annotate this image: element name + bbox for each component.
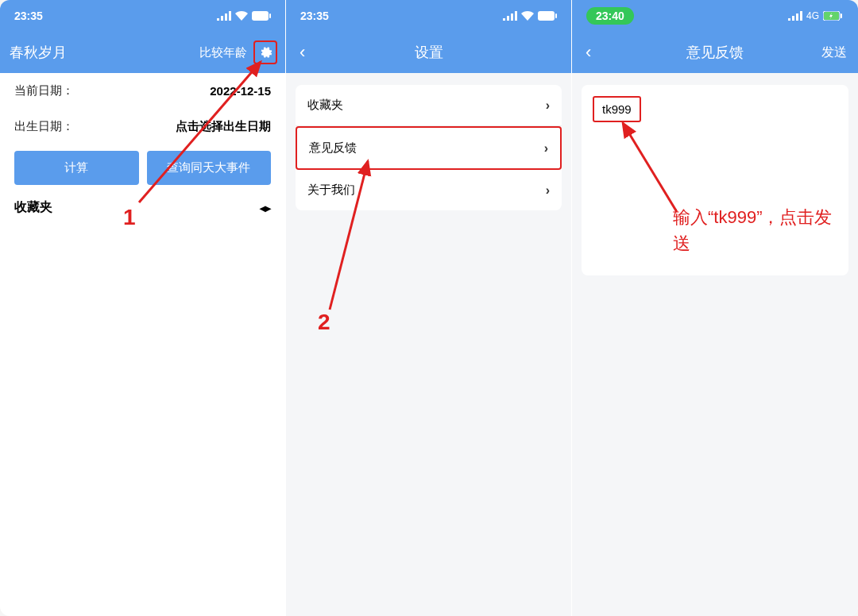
current-date-row: 当前日期： 2022-12-15 <box>14 73 271 109</box>
favorites-section: 收藏夹 ◂▸ <box>14 185 271 230</box>
status-icons <box>217 11 271 21</box>
list-label: 意见反馈 <box>309 141 357 156</box>
status-time: 23:35 <box>300 10 329 22</box>
list-label: 关于我们 <box>307 183 355 198</box>
settings-list: 收藏夹 › 意见反馈 › 关于我们 › <box>296 85 562 210</box>
network-label: 4G <box>806 10 819 21</box>
battery-icon <box>538 11 557 21</box>
nav-bar: 春秋岁月 比较年龄 <box>0 32 285 73</box>
annotation-step-2: 2 <box>318 310 330 335</box>
current-date-label: 当前日期： <box>14 83 74 98</box>
status-bar: 23:35 <box>0 0 285 32</box>
annotation-instruction: 输入“tk999”，点击发送 <box>673 204 840 256</box>
list-item-about[interactable]: 关于我们 › <box>296 170 562 210</box>
back-button[interactable]: ‹ <box>582 42 595 63</box>
compute-button[interactable]: 计算 <box>14 151 139 185</box>
phone-main: 23:35 春秋岁月 比较年龄 当前日期： 2022-12-15 出生日期 <box>0 0 286 616</box>
birth-date-row[interactable]: 出生日期： 点击选择出生日期 <box>14 109 271 144</box>
status-time: 23:35 <box>14 10 43 22</box>
nav-title: 设置 <box>415 43 443 62</box>
favorites-label: 收藏夹 <box>14 199 52 216</box>
chevron-right-icon: › <box>544 141 548 156</box>
phone-settings: 23:35 ‹ 设置 收藏夹 › 意见反馈 › 关 <box>286 0 572 616</box>
battery-charging-icon <box>823 11 844 21</box>
list-item-feedback[interactable]: 意见反馈 › <box>296 126 562 170</box>
birth-date-label: 出生日期： <box>14 119 74 134</box>
settings-body: 收藏夹 › 意见反馈 › 关于我们 › <box>286 73 571 616</box>
gear-icon <box>258 45 272 60</box>
feedback-input-value: tk999 <box>593 96 641 122</box>
settings-button[interactable] <box>253 40 277 64</box>
birth-date-value: 点击选择出生日期 <box>176 119 271 134</box>
svg-rect-3 <box>538 11 555 21</box>
svg-rect-0 <box>252 11 269 21</box>
signal-icon <box>217 11 231 21</box>
feedback-body: tk999 输入“tk999”，点击发送 <box>572 73 858 616</box>
svg-rect-4 <box>555 13 557 18</box>
app-title: 春秋岁月 <box>10 43 67 62</box>
status-icons <box>503 11 557 21</box>
svg-rect-8 <box>841 13 842 18</box>
wifi-icon <box>235 11 248 21</box>
status-time-pill: 23:40 <box>586 7 634 25</box>
wifi-icon <box>521 11 534 21</box>
compare-age-link[interactable]: 比较年龄 <box>199 45 247 60</box>
signal-icon <box>788 11 802 21</box>
list-label: 收藏夹 <box>307 98 343 113</box>
svg-rect-1 <box>269 13 271 18</box>
signal-icon <box>503 11 517 21</box>
back-button[interactable]: ‹ <box>296 42 309 63</box>
send-button[interactable]: 发送 <box>821 44 847 61</box>
feedback-input-card[interactable]: tk999 输入“tk999”，点击发送 <box>582 85 848 275</box>
tutorial-screenshot-trio: i3综合社区 www.i3zh.com 23:35 春秋岁月 比较年龄 <box>0 0 858 616</box>
svg-line-9 <box>623 123 677 212</box>
current-date-value: 2022-12-15 <box>210 84 271 98</box>
battery-icon <box>252 11 271 21</box>
status-bar: 23:40 4G <box>572 0 858 32</box>
nav-bar: ‹ 设置 <box>286 32 571 73</box>
list-item-favorites[interactable]: 收藏夹 › <box>296 85 562 126</box>
chevron-right-icon: › <box>546 98 550 113</box>
chevron-right-icon: › <box>546 183 550 198</box>
query-events-button[interactable]: 查询同天大事件 <box>147 151 272 185</box>
phone-feedback: 23:40 4G ‹ 意见反馈 发送 tk999 输入“tk999”，点击发送 <box>572 0 858 616</box>
main-body: 当前日期： 2022-12-15 出生日期： 点击选择出生日期 计算 查询同天大… <box>0 73 285 230</box>
status-bar: 23:35 <box>286 0 571 32</box>
nav-title: 意见反馈 <box>686 43 744 62</box>
status-icons: 4G <box>788 10 844 21</box>
sort-toggle-icon[interactable]: ◂▸ <box>260 202 271 214</box>
annotation-step-1: 1 <box>123 205 136 230</box>
button-row: 计算 查询同天大事件 <box>14 151 271 185</box>
nav-bar: ‹ 意见反馈 发送 <box>572 32 858 73</box>
